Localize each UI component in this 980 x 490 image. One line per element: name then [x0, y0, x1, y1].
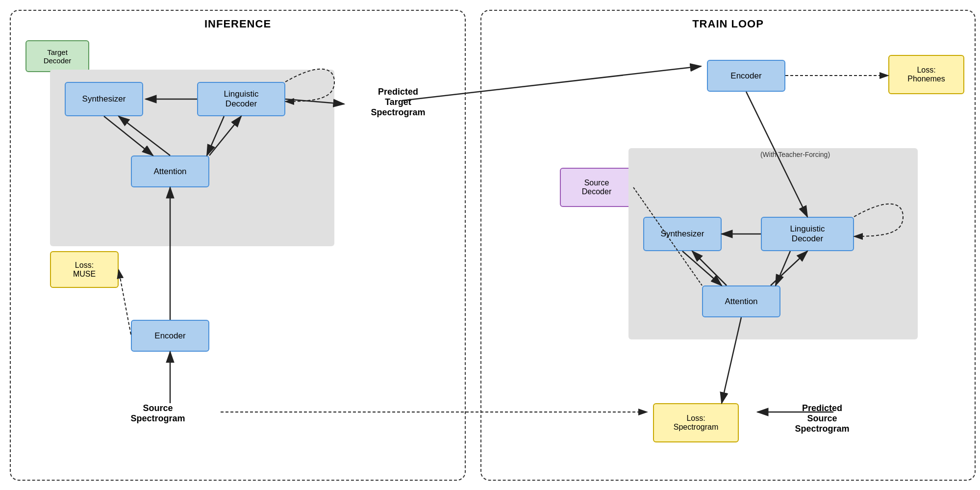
synthesizer-box-left: Synthesizer [65, 82, 143, 116]
loss-muse-box: Loss: MUSE [50, 251, 119, 288]
encoder-label-right: Encoder [730, 71, 761, 81]
predicted-source-label: Predicted Source Spectrogram [761, 403, 883, 434]
train-loop-title: TRAIN LOOP [692, 18, 764, 30]
teacher-forcing-label: (With Teacher-Forcing) [736, 151, 854, 158]
train-loop-panel: TRAIN LOOP Encoder Loss: Phonemes Source… [480, 10, 976, 481]
inference-title: INFERENCE [204, 18, 271, 30]
linguistic-decoder-label-left: Linguistic Decoder [224, 89, 259, 109]
loss-spectrogram-box: Loss: Spectrogram [653, 403, 739, 442]
encoder-box-right: Encoder [707, 60, 785, 92]
loss-muse-label: Loss: MUSE [73, 261, 96, 279]
svg-line-8 [119, 270, 131, 335]
attention-box-left: Attention [131, 155, 209, 187]
source-decoder-label: Source Decoder [582, 179, 611, 196]
synthesizer-label-right: Synthesizer [661, 229, 704, 239]
encoder-box-left: Encoder [131, 320, 209, 352]
synthesizer-label-left: Synthesizer [82, 94, 126, 104]
target-decoder-label: Target Decoder [44, 48, 72, 65]
source-spectrogram-label-left: Source Spectrogram [104, 403, 212, 424]
encoder-label-left: Encoder [154, 331, 185, 341]
loss-phonemes-box: Loss: Phonemes [888, 55, 964, 94]
source-decoder-box: Source Decoder [560, 168, 633, 207]
attention-label-left: Attention [153, 167, 186, 177]
target-decoder-box: Target Decoder [25, 40, 89, 72]
linguistic-decoder-box-left: Linguistic Decoder [197, 82, 285, 116]
synthesizer-box-right: Synthesizer [643, 217, 722, 251]
loss-spectrogram-label: Loss: Spectrogram [674, 414, 719, 432]
inference-panel: INFERENCE Target Decoder Synthesizer Lin… [10, 10, 466, 481]
predicted-target-label: Predicted Target Spectrogram [344, 87, 452, 118]
linguistic-decoder-label-right: Linguistic Decoder [790, 224, 825, 244]
attention-box-right: Attention [702, 285, 780, 317]
attention-label-right: Attention [725, 297, 757, 307]
loss-phonemes-label: Loss: Phonemes [907, 66, 945, 83]
linguistic-decoder-box-right: Linguistic Decoder [761, 217, 854, 251]
